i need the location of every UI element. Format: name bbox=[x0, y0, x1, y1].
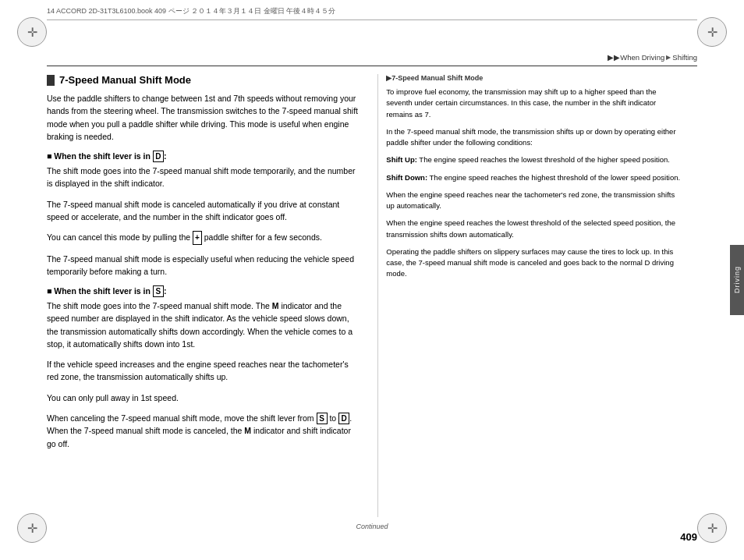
content-area: 7-Speed Manual Shift Mode Use the paddle… bbox=[47, 74, 683, 517]
right-column: ▶7-Speed Manual Shift Mode To improve fu… bbox=[377, 74, 683, 517]
para-s3: You can only pull away in 1st speed. bbox=[47, 392, 362, 404]
corner-decoration-br: ✛ bbox=[697, 513, 727, 543]
para-d1: The shift mode goes into the 7-speed man… bbox=[47, 165, 362, 190]
subheading-s: ■ When the shift lever is in S: bbox=[47, 285, 362, 297]
right-para5: Operating the paddle shifters on slipper… bbox=[386, 246, 683, 280]
para-s2: If the vehicle speed increases and the e… bbox=[47, 358, 362, 384]
corner-decoration-tl: ✛ bbox=[17, 17, 47, 47]
gear-s-box: S bbox=[153, 285, 164, 297]
right-para1: To improve fuel economy, the transmissio… bbox=[386, 87, 683, 120]
right-para2: In the 7-speed manual shift mode, the tr… bbox=[386, 126, 683, 149]
breadcrumb-part1: ▶▶When Driving bbox=[608, 53, 664, 62]
right-shift-down: Shift Down: The engine speed reaches the… bbox=[386, 172, 683, 183]
right-subheading: ▶7-Speed Manual Shift Mode bbox=[386, 74, 683, 82]
right-shift-up: Shift Up: The engine speed reaches the l… bbox=[386, 154, 683, 165]
right-para3: When the engine speed reaches near the t… bbox=[386, 190, 683, 212]
side-tab-driving: Driving bbox=[730, 245, 744, 315]
right-para4: When the engine speed reaches the lowest… bbox=[386, 218, 683, 240]
gear-s-inline-box: S bbox=[317, 413, 328, 424]
section-title-bar-icon bbox=[47, 75, 55, 86]
breadcrumb-part2: Shifting bbox=[672, 53, 697, 62]
section-title-block: 7-Speed Manual Shift Mode bbox=[47, 74, 362, 86]
breadcrumb-arrow: ▶ bbox=[666, 54, 671, 61]
gear-d-inline-box: D bbox=[338, 413, 349, 424]
breadcrumb: ▶▶When Driving ▶ Shifting bbox=[608, 53, 697, 62]
left-column: 7-Speed Manual Shift Mode Use the paddle… bbox=[47, 74, 377, 517]
gear-d-box: D bbox=[153, 151, 164, 162]
page-number: 409 bbox=[680, 531, 697, 543]
para-d3: You can cancel this mode by pulling the … bbox=[47, 231, 362, 245]
para-d2: The 7-speed manual shift mode is cancele… bbox=[47, 198, 362, 224]
side-tab-label: Driving bbox=[733, 266, 741, 293]
para-s4: When canceling the 7-speed manual shift … bbox=[47, 412, 362, 450]
top-rule bbox=[47, 66, 697, 66]
corner-decoration-bl: ✛ bbox=[17, 513, 47, 543]
para-d4: The 7-speed manual shift mode is especia… bbox=[47, 253, 362, 278]
continued-label: Continued bbox=[356, 523, 388, 530]
paddle-plus-box: + bbox=[193, 231, 202, 245]
subheading-d: ■ When the shift lever is in D: bbox=[47, 151, 362, 162]
para-s1: The shift mode goes into the 7-speed man… bbox=[47, 299, 362, 350]
corner-decoration-tr: ✛ bbox=[697, 17, 727, 47]
section-title-text: 7-Speed Manual Shift Mode bbox=[59, 74, 191, 86]
file-info: 14 ACCORD 2D-31T3L6100.book 409 ページ ２０１４… bbox=[47, 6, 697, 20]
intro-paragraph: Use the paddle shifters to change betwee… bbox=[47, 92, 362, 143]
